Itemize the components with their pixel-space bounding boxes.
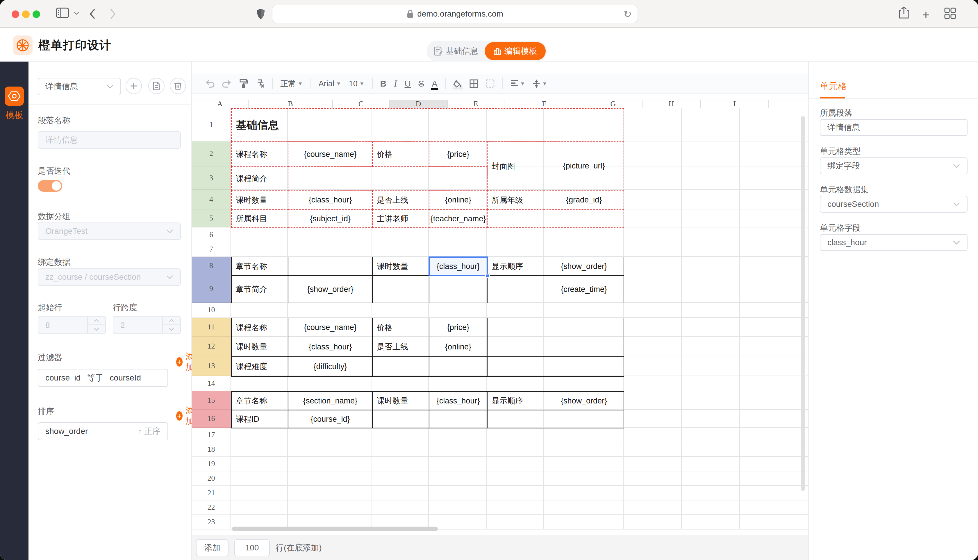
template-cell[interactable]: 章节名称 <box>231 391 288 410</box>
grid-cell[interactable] <box>231 442 288 456</box>
column-header-C[interactable]: C <box>333 100 390 108</box>
step-up-icon[interactable] <box>163 317 180 325</box>
paint-format-icon[interactable] <box>239 79 248 88</box>
grid-cell[interactable] <box>544 376 624 391</box>
address-bar[interactable]: demo.orangeforms.com ↻ <box>272 5 638 23</box>
grid-cell[interactable] <box>682 486 740 500</box>
reload-icon[interactable]: ↻ <box>624 8 632 20</box>
grid-cell[interactable] <box>288 500 372 514</box>
template-cell[interactable] <box>288 167 488 190</box>
template-cell[interactable]: 课程简介 <box>231 167 288 190</box>
filter-row[interactable]: course_id 等于 courseId <box>38 369 168 387</box>
column-header-G[interactable]: G <box>584 100 642 108</box>
grid-cell[interactable] <box>544 242 624 256</box>
grid-cell[interactable] <box>429 515 487 529</box>
template-cell[interactable]: {course_id} <box>288 410 373 428</box>
grid-cell[interactable] <box>682 357 740 375</box>
grid-cell[interactable] <box>429 442 487 456</box>
grid-cell[interactable] <box>429 227 487 242</box>
template-cell[interactable]: {class_hour} <box>288 337 373 357</box>
grid-cell[interactable] <box>624 190 682 209</box>
template-cell[interactable]: {online} <box>429 190 488 210</box>
column-header-E[interactable]: E <box>448 100 505 108</box>
grid-cell[interactable] <box>740 428 808 442</box>
template-cell[interactable]: 所属年级 <box>487 190 544 210</box>
start-row-stepper[interactable]: 8 <box>38 316 106 334</box>
template-nav-button[interactable] <box>5 87 24 106</box>
grid-cell[interactable] <box>372 376 429 391</box>
grid-cell[interactable] <box>487 227 544 242</box>
template-cell[interactable]: 课时数量 <box>372 391 430 410</box>
grid-cell[interactable] <box>740 376 808 391</box>
cell-dataset-select[interactable]: courseSection <box>820 196 968 213</box>
template-cell[interactable]: {course_name} <box>288 318 373 337</box>
grid-cell[interactable] <box>544 442 624 456</box>
add-rows-button[interactable]: 添加 <box>196 539 229 556</box>
template-cell[interactable]: 价格 <box>372 142 430 167</box>
grid-cell[interactable] <box>544 303 624 317</box>
template-cell[interactable] <box>544 209 624 228</box>
font-family-dropdown[interactable]: Arial▼ <box>319 79 341 88</box>
grid-cell[interactable] <box>231 486 288 500</box>
template-cell[interactable]: 是否上线 <box>372 190 430 210</box>
fill-handle[interactable] <box>485 273 490 278</box>
grid-cell[interactable] <box>740 227 808 242</box>
template-cell[interactable] <box>429 410 488 428</box>
grid-cell[interactable] <box>624 303 682 317</box>
row-header-6[interactable]: 6 <box>192 227 231 242</box>
template-cell[interactable] <box>372 275 430 303</box>
template-cell[interactable] <box>429 357 488 377</box>
template-cell[interactable]: 课时数量 <box>231 337 288 357</box>
tab-basic-info[interactable]: 基础信息 <box>426 46 486 57</box>
italic-icon[interactable]: I <box>394 78 397 89</box>
sidebar-toggle-icon[interactable] <box>56 7 69 18</box>
cell-style-dropdown[interactable]: 正常▼ <box>280 78 303 89</box>
grid-cell[interactable] <box>624 457 682 471</box>
grid-cell[interactable] <box>544 227 624 242</box>
template-cell[interactable]: {show_order} <box>288 275 373 303</box>
selected-cell-outline[interactable] <box>428 257 488 276</box>
sort-row[interactable]: show_order ↑ 正序 <box>38 422 168 440</box>
grid-cell[interactable] <box>682 442 740 456</box>
grid-cell[interactable] <box>682 167 740 189</box>
vertical-align-dropdown[interactable]: ▼ <box>533 79 547 88</box>
close-window-button[interactable] <box>12 10 19 18</box>
iterate-toggle[interactable] <box>38 180 62 192</box>
grid-cell[interactable] <box>682 209 740 227</box>
grid-cell[interactable] <box>288 242 372 256</box>
column-header-H[interactable]: H <box>642 100 700 108</box>
grid-cell[interactable] <box>624 357 682 375</box>
grid-cell[interactable] <box>372 442 429 456</box>
tab-overview-icon[interactable] <box>944 8 956 19</box>
template-cell[interactable]: 显示顺序 <box>487 391 544 410</box>
strikethrough-icon[interactable]: S <box>418 79 424 88</box>
grid-cell[interactable] <box>372 500 429 514</box>
grid-cell[interactable] <box>231 242 288 256</box>
grid-cell[interactable] <box>740 337 808 356</box>
back-button[interactable] <box>89 8 96 20</box>
grid-cell[interactable] <box>624 391 682 409</box>
template-cell[interactable]: {price} <box>429 142 488 167</box>
row-header-4[interactable]: 4 <box>192 190 231 209</box>
add-section-button[interactable] <box>125 78 142 94</box>
grid-cell[interactable] <box>682 242 740 256</box>
paragraph-name-input[interactable]: 详情信息 <box>38 131 181 149</box>
template-cell[interactable]: 课程名称 <box>231 318 288 337</box>
template-cell[interactable] <box>372 410 430 428</box>
grid-cell[interactable] <box>740 515 808 529</box>
grid-cell[interactable] <box>740 303 808 317</box>
row-header-19[interactable]: 19 <box>192 457 231 472</box>
template-cell[interactable]: {class_hour} <box>429 391 488 410</box>
row-header-20[interactable]: 20 <box>192 472 231 486</box>
grid-cell[interactable] <box>288 457 372 471</box>
row-header-23[interactable]: 23 <box>192 515 231 530</box>
grid-cell[interactable] <box>740 209 808 227</box>
column-header-F[interactable]: F <box>505 100 584 108</box>
template-cell[interactable]: 章节名称 <box>231 257 288 276</box>
grid-cell[interactable] <box>624 500 682 514</box>
template-cell[interactable]: {picture_url} <box>544 142 624 190</box>
grid-cell[interactable] <box>740 410 808 427</box>
grid-cell[interactable] <box>372 227 429 242</box>
grid-cell[interactable] <box>624 257 682 275</box>
template-cell[interactable] <box>487 209 544 228</box>
